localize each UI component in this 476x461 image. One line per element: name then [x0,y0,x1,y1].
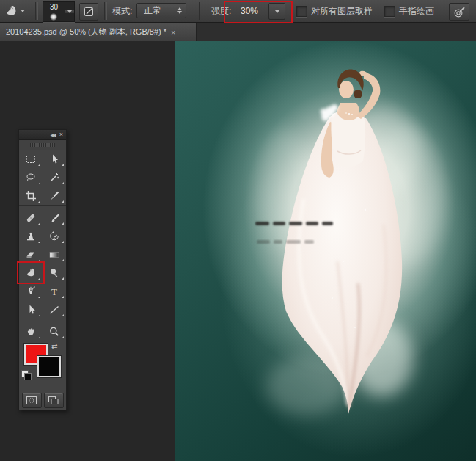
brush-picker-arrow[interactable] [65,10,74,13]
tool-hand[interactable] [19,322,43,341]
mode-value: 正常 [144,4,161,17]
chevron-down-icon [67,10,72,13]
dodge-icon [48,267,60,279]
separator [35,2,38,20]
tool-magic-wand[interactable] [43,168,66,186]
document-tab-bar: 20104235.psd @ 50% (人物 副本, RGB/8#) * × [0,22,476,41]
screen-mode-button[interactable] [44,393,64,408]
finger-painting-label: 手指绘画 [399,0,434,22]
smudge-icon [4,4,18,18]
tool-brush[interactable] [43,208,66,227]
tablet-pressure-icon [453,6,466,18]
path-selection-icon [25,304,37,316]
tab-close-icon[interactable]: × [171,28,175,37]
panel-grip[interactable] [19,140,66,150]
tool-line[interactable] [43,300,66,319]
separator [199,2,202,20]
brush-panel-icon [83,6,95,18]
document-tab[interactable]: 20104235.psd @ 50% (人物 副本, RGB/8#) * × [0,22,197,41]
rectangular-marquee-icon [25,153,37,165]
watermark-remnant-faint [257,240,314,244]
tool-rectangular-marquee[interactable] [19,150,43,168]
mode-label: 模式: [112,0,132,22]
tool-smudge[interactable] [19,264,43,282]
close-panel-icon[interactable]: × [59,131,63,138]
tools-panel-header[interactable]: ◀◀ × [19,130,66,140]
tool-lasso[interactable] [19,168,43,186]
crop-icon [25,190,37,202]
type-icon: T [48,286,60,297]
smudge-icon [25,267,37,279]
zoom-icon [48,326,60,338]
mode-dropdown[interactable]: 正常 [136,3,186,18]
history-brush-icon [48,230,60,242]
panel-bottom-buttons [19,391,66,410]
eyedropper-icon [48,190,60,202]
tool-dodge[interactable] [43,264,66,282]
tool-crop[interactable] [19,186,43,205]
tool-preset-picker[interactable] [4,0,25,22]
options-bar: 30 模式: 正常 强度: 30% 对所有图层取样 手指绘画 [0,0,476,23]
watermark-remnant [255,222,333,225]
background-color-swatch[interactable] [37,356,61,377]
move-icon [48,153,60,165]
tool-move[interactable] [43,150,66,168]
sample-all-layers-label: 对所有图层取样 [311,0,373,22]
photoshop-window: { "options_bar": { "tool_preset": { "ico… [0,0,476,461]
lasso-icon [25,172,37,184]
document-title: 20104235.psd @ 50% (人物 副本, RGB/8#) * [6,26,166,37]
clone-stamp-icon [25,230,37,242]
svg-text:T: T [51,286,57,297]
tool-spot-healing-brush[interactable] [19,208,43,227]
tools-panel: ◀◀ × T ⇄ [18,129,67,410]
tool-type[interactable]: T [43,282,66,300]
tool-zoom[interactable] [43,322,66,341]
tool-gradient[interactable] [43,245,66,264]
canvas-image[interactable] [175,41,476,461]
quick-mask-button[interactable] [22,393,42,408]
collapse-panel-icon[interactable]: ◀◀ [51,132,56,137]
color-swatches: ⇄ [19,341,66,391]
tool-history-brush[interactable] [43,227,66,245]
swap-colors-icon[interactable]: ⇄ [51,342,57,350]
sample-all-layers-checkbox[interactable] [296,6,307,17]
tool-clone-stamp[interactable] [19,227,43,245]
brush-icon [48,212,60,224]
toggle-brush-panel-button[interactable] [79,3,98,21]
tools-grid: T [19,150,66,341]
quick-mask-icon [26,396,37,405]
spinner-arrows-icon [177,7,182,14]
hand-icon [25,326,37,338]
bride-artwork [175,41,476,461]
tool-eraser[interactable] [19,245,43,264]
default-colors-icon[interactable] [21,370,32,380]
default-black-swatch [24,373,32,380]
brush-preset-picker[interactable]: 30 [43,1,75,22]
brush-size-value: 30 [43,3,65,11]
finger-painting-checkbox[interactable] [384,6,395,17]
tool-pen[interactable] [19,282,43,300]
grip-dots-icon [30,143,55,147]
spot-healing-brush-icon [25,212,37,224]
chevron-down-icon [21,10,25,12]
soft-brush-thumbnail-icon [50,13,57,21]
magic-wand-icon [48,172,60,184]
screen-mode-icon [48,396,59,405]
strength-highlight-box [224,1,293,23]
line-icon [48,304,60,316]
tool-eyedropper[interactable] [43,186,66,205]
separator [104,2,107,20]
tablet-pressure-button[interactable] [449,3,469,21]
eraser-icon [25,249,37,261]
tool-path-selection[interactable] [19,300,43,319]
pen-icon [25,286,37,297]
gradient-icon [48,249,60,261]
